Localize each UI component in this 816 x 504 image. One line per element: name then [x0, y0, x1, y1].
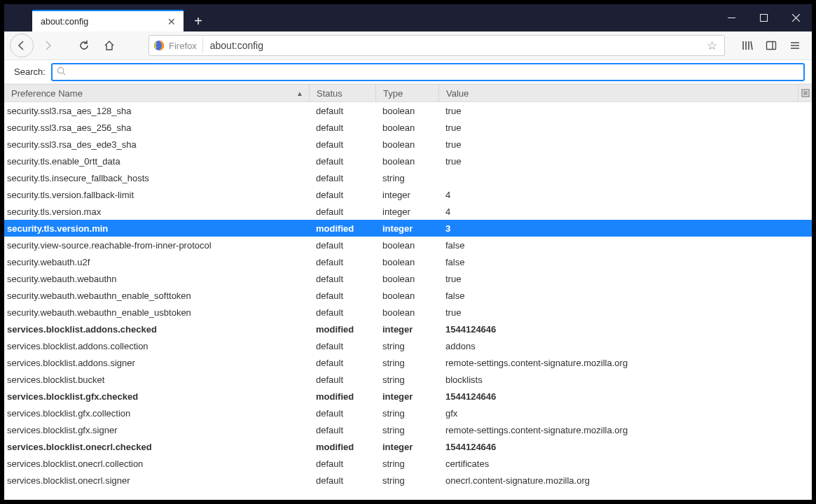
pref-name: services.blocklist.bucket	[4, 374, 309, 385]
firefox-icon	[153, 40, 165, 51]
home-button[interactable]	[98, 34, 120, 57]
search-input[interactable]	[69, 64, 803, 80]
pref-name: security.webauth.webauthn	[4, 274, 309, 284]
pref-type: boolean	[375, 307, 438, 318]
pref-name: security.ssl3.rsa_des_ede3_sha	[4, 139, 309, 150]
pref-value: remote-settings.content-signature.mozill…	[438, 358, 812, 368]
column-type[interactable]: Type	[375, 85, 438, 102]
pref-type: string	[375, 341, 438, 351]
column-picker-icon[interactable]	[798, 85, 812, 102]
pref-value: false	[438, 240, 812, 251]
pref-row[interactable]: services.blocklist.bucketdefaultstringbl…	[4, 371, 812, 388]
tab-active[interactable]: about:config ✕	[32, 10, 184, 31]
column-status-label: Status	[317, 88, 343, 99]
maximize-button[interactable]	[747, 4, 780, 31]
pref-row[interactable]: security.view-source.reachable-from-inne…	[4, 237, 812, 253]
pref-type: integer	[375, 190, 438, 200]
pref-value: 3	[438, 223, 812, 234]
pref-row[interactable]: security.webauth.webauthn_enable_softtok…	[4, 287, 812, 304]
new-tab-button[interactable]: +	[188, 10, 209, 31]
forward-button[interactable]	[36, 34, 59, 57]
pref-status: default	[309, 458, 375, 469]
pref-status: modified	[309, 223, 375, 234]
pref-row[interactable]: security.ssl3.rsa_aes_128_shadefaultbool…	[4, 102, 812, 119]
reload-button[interactable]	[73, 34, 95, 57]
pref-row[interactable]: security.tls.version.minmodifiedinteger3	[4, 220, 812, 237]
sidebar-button[interactable]	[760, 34, 782, 57]
search-label: Search:	[11, 66, 46, 77]
pref-status: default	[309, 206, 375, 217]
pref-row[interactable]: security.tls.version.fallback-limitdefau…	[4, 186, 812, 203]
url-bar[interactable]: Firefox about:config ☆	[148, 35, 725, 56]
column-status[interactable]: Status	[309, 85, 375, 102]
pref-name: security.webauth.u2f	[4, 257, 309, 267]
preferences-scroll[interactable]: security.ssl3.rsa_aes_128_shadefaultbool…	[4, 102, 812, 500]
pref-value: gfx	[438, 408, 812, 419]
pref-status: default	[309, 307, 375, 318]
pref-row[interactable]: security.tls.version.maxdefaultinteger4	[4, 203, 812, 220]
nav-toolbar: Firefox about:config ☆	[4, 31, 812, 60]
pref-value: certificates	[438, 458, 812, 469]
pref-row[interactable]: security.webauth.u2fdefaultbooleanfalse	[4, 253, 812, 270]
pref-type: boolean	[375, 257, 438, 267]
pref-row[interactable]: security.ssl3.rsa_aes_256_shadefaultbool…	[4, 119, 812, 136]
pref-value: remote-settings.content-signature.mozill…	[438, 425, 812, 435]
search-box[interactable]	[51, 63, 805, 81]
url-identity[interactable]: Firefox	[153, 38, 203, 53]
pref-status: default	[309, 408, 375, 419]
library-button[interactable]	[736, 34, 759, 57]
url-text: about:config	[203, 40, 704, 51]
pref-status: modified	[309, 324, 375, 335]
pref-row[interactable]: services.blocklist.onecrl.collectiondefa…	[4, 455, 812, 472]
pref-status: modified	[309, 442, 375, 452]
pref-name: services.blocklist.onecrl.signer	[4, 475, 309, 486]
pref-row[interactable]: services.blocklist.addons.collectiondefa…	[4, 337, 812, 354]
pref-value: 4	[438, 206, 812, 217]
pref-type: boolean	[375, 122, 438, 133]
pref-row[interactable]: services.blocklist.gfx.collectiondefault…	[4, 405, 812, 421]
bookmark-star-icon[interactable]: ☆	[704, 38, 720, 53]
column-value[interactable]: Value	[438, 85, 798, 102]
pref-type: string	[375, 475, 438, 486]
pref-status: default	[309, 274, 375, 284]
pref-row[interactable]: services.blocklist.gfx.checkedmodifiedin…	[4, 388, 812, 405]
pref-name: security.ssl3.rsa_aes_128_sha	[4, 106, 309, 116]
pref-value: true	[438, 139, 812, 150]
pref-name: security.webauth.webauthn_enable_usbtoke…	[4, 307, 309, 318]
back-button[interactable]	[10, 34, 34, 57]
close-tab-icon[interactable]: ✕	[165, 15, 178, 28]
pref-name: services.blocklist.addons.signer	[4, 358, 309, 368]
pref-status: default	[309, 425, 375, 435]
pref-type: boolean	[375, 274, 438, 284]
pref-row[interactable]: services.blocklist.addons.checkedmodifie…	[4, 321, 812, 337]
svg-rect-1	[760, 15, 767, 22]
pref-status: default	[309, 374, 375, 385]
pref-name: services.blocklist.addons.collection	[4, 341, 309, 351]
pref-row[interactable]: security.ssl3.rsa_des_ede3_shadefaultboo…	[4, 136, 812, 153]
pref-row[interactable]: security.webauth.webauthn_enable_usbtoke…	[4, 304, 812, 321]
pref-row[interactable]: services.blocklist.gfx.signerdefaultstri…	[4, 421, 812, 438]
column-type-label: Type	[383, 88, 403, 99]
pref-type: string	[375, 458, 438, 469]
pref-row[interactable]: security.tls.enable_0rtt_datadefaultbool…	[4, 153, 812, 169]
pref-type: integer	[375, 206, 438, 217]
pref-type: boolean	[375, 290, 438, 301]
svg-line-6	[63, 72, 65, 74]
pref-value: true	[438, 274, 812, 284]
pref-row[interactable]: services.blocklist.onecrl.signerdefaults…	[4, 472, 812, 489]
pref-row[interactable]: services.blocklist.onecrl.checkedmodifie…	[4, 438, 812, 455]
minimize-button[interactable]	[715, 4, 747, 31]
app-menu-button[interactable]	[784, 34, 806, 57]
pref-row[interactable]: services.blocklist.addons.signerdefaults…	[4, 354, 812, 371]
close-window-button[interactable]	[780, 4, 812, 31]
pref-row[interactable]: security.webauth.webauthndefaultbooleant…	[4, 270, 812, 287]
pref-row[interactable]: security.tls.insecure_fallback_hostsdefa…	[4, 169, 812, 186]
pref-name: services.blocklist.addons.checked	[4, 324, 309, 335]
pref-type: string	[375, 425, 438, 435]
firefox-window: about:config ✕ +	[4, 4, 812, 500]
pref-status: default	[309, 190, 375, 200]
pref-name: security.ssl3.rsa_aes_256_sha	[4, 122, 309, 133]
column-preference-name[interactable]: Preference Name ▲	[4, 88, 309, 99]
pref-status: default	[309, 156, 375, 167]
pref-status: default	[309, 341, 375, 351]
